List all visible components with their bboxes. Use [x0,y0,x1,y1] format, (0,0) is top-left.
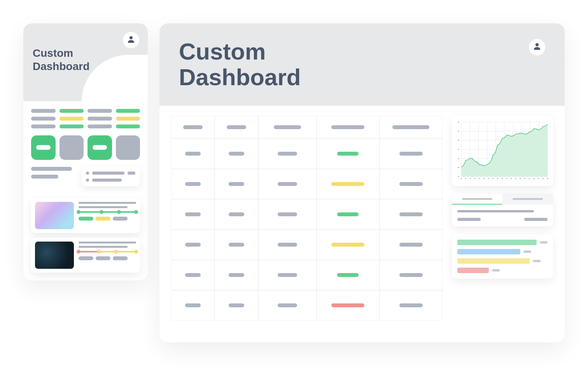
progress-marker-icon [114,250,118,254]
status-pill [31,109,56,113]
value-chip [331,125,364,129]
svg-point-33 [488,178,489,179]
bar-segment [457,258,530,264]
value-chip [278,212,297,216]
value-chip [331,303,364,307]
value-chip [229,303,244,307]
desktop-title: Custom Dashboard [179,39,301,90]
svg-point-28 [465,178,467,179]
table-cell [317,260,380,290]
table-header-cell[interactable] [380,116,443,138]
tag-chip [79,217,93,221]
bullet-item [86,179,135,182]
placeholder-line [92,172,124,175]
tab-2[interactable] [502,194,553,205]
table-cell [215,169,258,199]
area-chart-card[interactable] [452,116,553,186]
bullet-item [86,172,135,175]
avatar-button[interactable] [529,39,545,55]
tag-row [79,217,136,221]
svg-point-0 [130,36,133,39]
minus-icon [36,145,51,150]
placeholder-line [31,175,58,179]
minus-icon [93,145,107,150]
table-cell [171,290,215,321]
table-cell [317,138,380,169]
bullet-dot-icon [86,172,89,175]
mobile-body [23,101,148,280]
value-chip [183,125,203,129]
table-cell [215,199,258,230]
value-chip [185,303,201,307]
table-cell [171,138,215,169]
svg-point-46 [547,178,548,179]
table-header-cell[interactable] [171,116,215,138]
tag-chip [79,256,93,260]
table-header-cell[interactable] [317,116,380,138]
table-cell [215,138,258,169]
value-chip [337,273,359,277]
table-header-cell[interactable] [258,116,317,138]
table-cell [258,230,317,260]
bar-value-label [540,241,548,244]
value-chip [399,273,423,277]
progress-marker-icon [100,210,103,214]
bullet-list-card[interactable] [81,167,140,186]
table-cell [215,290,258,321]
svg-point-22 [458,140,459,141]
metric-tile[interactable] [116,135,140,160]
chart-y-ticks [458,121,459,177]
metric-tile[interactable] [31,135,56,160]
bar-value-label [523,251,531,253]
media-card[interactable] [31,198,140,233]
svg-point-26 [458,176,459,177]
value-chip [278,182,297,186]
bar-row [457,258,548,264]
progress-track[interactable] [79,211,136,213]
summary-text-block [31,167,77,179]
tab-1[interactable] [452,194,502,205]
bar-segment [457,240,537,245]
value-chip [399,303,423,307]
media-card[interactable] [31,238,140,273]
svg-point-29 [470,178,471,179]
table-cell [317,199,380,230]
media-card-body [79,242,136,269]
svg-point-34 [492,178,494,179]
table-header-cell[interactable] [215,116,258,138]
placeholder-line [92,179,122,182]
mobile-dashboard-panel: Custom Dashboard [23,23,148,280]
svg-point-38 [511,178,512,179]
user-icon [532,42,542,53]
progress-track[interactable] [79,251,136,252]
value-chip [274,125,301,129]
status-pill [116,109,140,113]
status-pill [60,117,84,121]
tag-chip [96,217,110,221]
status-pill [88,109,112,113]
table-cell [258,199,317,230]
table-cell [317,290,380,321]
progress-marker-icon [77,210,80,214]
avatar-button[interactable] [123,32,139,48]
table-cell [171,199,215,230]
svg-point-35 [497,178,499,179]
value-chip [399,243,423,247]
tab-bar [452,194,553,205]
value-chip [278,273,297,277]
table-cell [317,230,380,260]
svg-point-32 [483,178,485,179]
media-card-body [79,202,136,229]
status-pill-grid [31,109,140,128]
widget-rail [452,116,553,331]
svg-point-30 [474,178,476,179]
bar-row [457,249,548,254]
tag-chip [96,256,110,260]
value-chip [185,152,201,156]
horizontal-bars-card[interactable] [452,234,553,279]
svg-point-31 [479,178,480,179]
metric-tile[interactable] [60,135,84,160]
metric-tile[interactable] [88,135,112,160]
value-chip [185,243,201,247]
status-pill [31,117,56,121]
